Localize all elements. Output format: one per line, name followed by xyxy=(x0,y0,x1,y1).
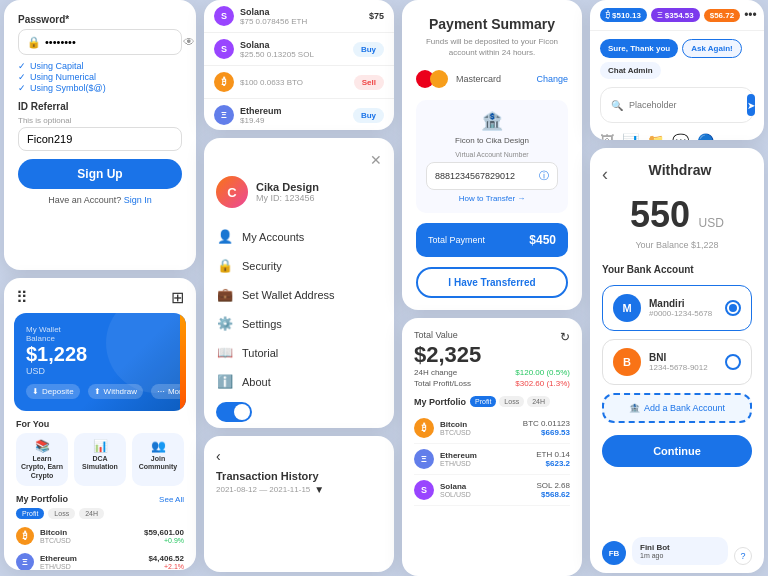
crypto-icon[interactable]: 🔵 xyxy=(697,133,714,140)
menu-item-tutorial[interactable]: 📖 Tutorial xyxy=(216,338,382,367)
payment-summary-panel: Payment Summary Funds will be deposited … xyxy=(402,0,582,310)
wallet-balance-label: Balance xyxy=(26,334,174,343)
filter-icon[interactable]: ▼ xyxy=(314,484,324,495)
community-icon: 👥 xyxy=(136,439,180,453)
chat-input[interactable] xyxy=(629,100,741,110)
deposite-btn[interactable]: ⬇ Deposite xyxy=(26,384,80,399)
how-to-transfer-link[interactable]: How to Transfer → xyxy=(426,194,558,203)
withdraw-btn[interactable]: ⬆ Withdraw xyxy=(88,384,143,399)
account-number-field: 8881234567829012 ⓘ xyxy=(426,162,558,190)
continue-button[interactable]: Continue xyxy=(602,435,752,467)
bank-mandiri[interactable]: M Mandiri #0000-1234-5678 xyxy=(602,285,752,331)
dca-icon: 📊 xyxy=(78,439,122,453)
for-you-label: For You xyxy=(4,419,196,433)
refresh-icon[interactable]: ↻ xyxy=(560,330,570,344)
password-input[interactable] xyxy=(45,36,183,48)
menu-item-wallet-address[interactable]: 💼 Set Wallet Address xyxy=(216,280,382,309)
wallet-currency: USD xyxy=(26,366,174,376)
menu-item-about[interactable]: ℹ️ About xyxy=(216,367,382,396)
for-you-item-learn[interactable]: 📚 Learn Crypto, Earn Crypto xyxy=(16,433,68,486)
signin-link[interactable]: Sign In xyxy=(124,195,152,205)
mastercard-circle2 xyxy=(430,70,448,88)
mp-tab-24h[interactable]: 24H xyxy=(527,396,550,407)
add-bank-button[interactable]: 🏦 Add a Bank Account xyxy=(602,393,752,423)
mp-tabs: Profit Loss 24H xyxy=(470,396,550,407)
sure-thankyou-btn[interactable]: Sure, Thank you xyxy=(600,39,678,58)
ethereum-row: Ξ Ethereum ETH/USD $4,406.52 +2.1% xyxy=(4,549,196,570)
tab-loss[interactable]: Loss xyxy=(48,508,75,519)
check-capital: ✓ Using Capital xyxy=(18,61,182,71)
eye-icon[interactable]: 👁 xyxy=(183,35,195,49)
txn-date-range: 2021-08-12 — 2021-11-15 ▼ xyxy=(216,484,382,495)
wallet-grid-icon: ⠿ xyxy=(16,288,28,307)
txn-back-button[interactable]: ‹ xyxy=(216,448,382,464)
transferred-button[interactable]: I Have Transferred xyxy=(416,267,568,298)
tab-24h[interactable]: 24H xyxy=(79,508,104,519)
tutorial-icon: 📖 xyxy=(216,345,234,360)
orange-bar xyxy=(180,313,186,411)
buy-btn-3[interactable]: Buy xyxy=(353,108,384,123)
menu-items: 👤 My Accounts 🔒 Security 💼 Set Wallet Ad… xyxy=(216,222,382,396)
eth-portfolio-icon: Ξ xyxy=(414,449,434,469)
change-method-link[interactable]: Change xyxy=(536,74,568,84)
folder-icon[interactable]: 📁 xyxy=(647,133,664,140)
portfolio-panel: Total Value $2,325 ↻ 24H change $120.00 … xyxy=(402,318,582,576)
for-you-items: 📚 Learn Crypto, Earn Crypto 📊 DCA Simula… xyxy=(4,433,196,494)
tab-profit[interactable]: Profit xyxy=(16,508,44,519)
more-dots[interactable]: ••• xyxy=(744,8,757,22)
ethereum-pair: ETH/USD xyxy=(40,563,142,570)
withdraw-panel: ‹ Withdraw 550 USD Your Balance $1,228 Y… xyxy=(590,148,764,573)
wallet-panel: ⠿ ⊞ My Wallet Balance $1,228 USD ⬇ Depos… xyxy=(4,278,196,570)
btc-portfolio-icon: ₿ xyxy=(414,418,434,438)
referral-label: ID Referral xyxy=(18,101,182,112)
theme-toggle[interactable] xyxy=(216,402,252,422)
close-icon[interactable]: ✕ xyxy=(216,152,382,168)
bank-bni[interactable]: B BNI 1234-5678-9012 xyxy=(602,339,752,385)
mandiri-icon: M xyxy=(613,294,641,322)
sell-btn-2[interactable]: Sell xyxy=(354,75,384,90)
password-input-wrap: 🔒 👁 xyxy=(18,29,182,55)
total-value-label: Total Value xyxy=(414,330,481,340)
send-button[interactable]: ➤ xyxy=(747,94,755,116)
ethereum-icon: Ξ xyxy=(16,553,34,570)
referral-input[interactable] xyxy=(18,127,182,151)
chat-admin-btn[interactable]: Chat Admin xyxy=(600,62,661,79)
portfolio-item-sol: S Solana SOL/USD SOL 2.68 $568.62 xyxy=(414,475,570,506)
mp-tab-profit[interactable]: Profit xyxy=(470,396,496,407)
accounts-icon: 👤 xyxy=(216,229,234,244)
for-you-item-community[interactable]: 👥 Join Community xyxy=(132,433,184,486)
password-label: Password* xyxy=(18,14,182,25)
badge-purple: Ξ $354.53 xyxy=(651,8,700,22)
account-label: Virtual Account Number xyxy=(426,151,558,158)
buy-btn-1[interactable]: Buy xyxy=(353,42,384,57)
ask-again-btn[interactable]: Ask Again! xyxy=(682,39,742,58)
help-icon[interactable]: ? xyxy=(734,547,752,565)
portfolio-tabs: Profit Loss 24H xyxy=(4,508,196,523)
wallet-card-label: My Wallet xyxy=(26,325,174,334)
menu-user-name: Cika Design xyxy=(256,181,319,193)
menu-item-accounts[interactable]: 👤 My Accounts xyxy=(216,222,382,251)
menu-item-settings[interactable]: ⚙️ Settings xyxy=(216,309,382,338)
chart-icon[interactable]: 📊 xyxy=(622,133,639,140)
message-icon[interactable]: 💬 xyxy=(672,133,689,140)
mp-tab-loss[interactable]: Loss xyxy=(499,396,524,407)
info-icon[interactable]: ⓘ xyxy=(539,169,549,183)
signup-button[interactable]: Sign Up xyxy=(18,159,182,189)
price-row-1: S Solana $25.50 0.13205 SOL Buy xyxy=(204,33,394,66)
recipient-section: 🏦 Ficon to Cika Design Virtual Account N… xyxy=(416,100,568,213)
bitcoin-row: ₿ Bitcoin BTC/USD $59,601.00 +0.9% xyxy=(4,523,196,549)
for-you-item-dca[interactable]: 📊 DCA Simulation xyxy=(74,433,126,486)
menu-item-security[interactable]: 🔒 Security xyxy=(216,251,382,280)
solana-icon-1: S xyxy=(214,39,234,59)
wallet-menu-icon[interactable]: ⊞ xyxy=(171,288,184,307)
badge-blue: ₿ $510.13 xyxy=(600,8,647,22)
bni-icon: B xyxy=(613,348,641,376)
bitcoin-name: Bitcoin xyxy=(40,528,138,537)
badge-orange: $56.72 xyxy=(704,9,740,22)
referral-section: ID Referral This is optional xyxy=(18,101,182,151)
solana-icon-0: S xyxy=(214,6,234,26)
image-icon[interactable]: 🖼 xyxy=(600,133,614,140)
chat-icon-row: 🖼 📊 📁 💬 🔵 xyxy=(590,129,764,140)
ethereum-change: +2.1% xyxy=(148,563,184,570)
see-all-link[interactable]: See All xyxy=(159,495,184,504)
